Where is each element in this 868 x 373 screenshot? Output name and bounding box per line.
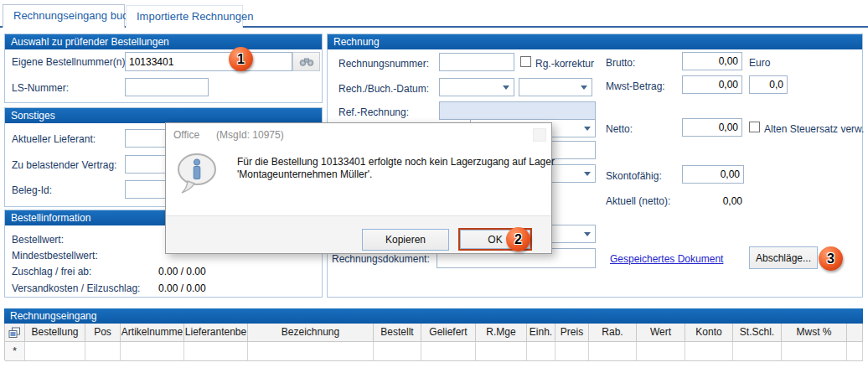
kopieren-button[interactable]: Kopieren (362, 229, 449, 251)
app-window: Rechnungseingang buchen Importierte Rech… (0, 0, 868, 373)
annotation-step-1: 1 (229, 47, 253, 71)
lieferant-label: Aktueller Lieferant: (12, 133, 96, 145)
panel-auswahl-title: Auswahl zu prüfender Bestellungen (5, 34, 322, 49)
mwst-betrag-input[interactable] (682, 75, 742, 94)
table-header-row: Bestellung Pos Artikelnumme Lieferantenb… (4, 324, 863, 342)
dialog-message-line1: Für die Bestellung 10133401 erfolgte noc… (237, 156, 555, 168)
panel-sonstiges-title: Sonstiges (5, 108, 322, 123)
info-icon (176, 152, 220, 199)
table-cell[interactable] (25, 342, 85, 361)
column-header[interactable]: Bezeichnung (248, 324, 374, 342)
dialog-title: Office (173, 129, 199, 141)
dialog-message-line2: 'Montageunternehmen Müller'. (237, 168, 372, 180)
brutto-label: Brutto: (606, 57, 635, 69)
column-header[interactable]: Bestellt (374, 324, 421, 342)
aktuell-netto-value: 0,00 (682, 195, 742, 207)
panel-rechnung-title: Rechnung (328, 34, 862, 49)
table-cell[interactable] (85, 342, 121, 361)
column-header[interactable]: Geliefert (421, 324, 476, 342)
currency-label: Euro (749, 57, 770, 69)
gespeichertes-dokument-link[interactable]: Gespeichertes Dokument (610, 253, 723, 265)
table-cell[interactable] (374, 342, 421, 361)
table-title-bar: Rechnungseingang (4, 308, 863, 324)
column-header[interactable]: Preis (555, 324, 589, 342)
zuschlag-value: 0.00 / 0.00 (158, 266, 206, 277)
column-header[interactable]: Bestellung (25, 324, 85, 342)
column-header[interactable]: R.Mge (476, 324, 527, 342)
table-cell[interactable] (248, 342, 374, 361)
table-cell[interactable] (421, 342, 476, 361)
alten-steuersatz-checkbox[interactable] (749, 122, 760, 132)
abschlaege-button[interactable]: Abschläge... (749, 246, 818, 269)
rechnungsnummer-label: Rechnungsnummer: (338, 58, 429, 70)
column-header[interactable]: Einh. (527, 324, 555, 342)
column-header-filler (847, 324, 863, 342)
vertrag-label: Zu belastender Vertrag: (12, 159, 116, 171)
aktuell-netto-label: Aktuell (netto): (606, 195, 670, 207)
netto-input[interactable] (682, 118, 742, 137)
rechnungsdatum-combobox[interactable] (439, 78, 514, 96)
ls-nummer-input[interactable] (125, 78, 209, 96)
zuschlag-label: Zuschlag / frei ab: (12, 266, 91, 277)
dropdown-arrow-icon (581, 85, 587, 90)
column-header[interactable]: Artikelnumme (121, 324, 184, 342)
rechnungsnummer-input[interactable] (439, 53, 514, 71)
ref-rechnung-label: Ref.-Rechnung: (338, 106, 409, 118)
bestellnummer-label: Eigene Bestellnummer(n): (12, 56, 128, 68)
column-header[interactable]: Konto (685, 324, 733, 342)
column-header[interactable]: St.Schl. (733, 324, 782, 342)
table-cell[interactable] (476, 342, 527, 361)
column-header[interactable]: Pos (85, 324, 121, 342)
rechnungsdokument-label: Rechnungsdokument: (332, 253, 430, 265)
mwst-satz-input[interactable] (749, 75, 788, 94)
skontofaehig-input[interactable] (682, 165, 744, 184)
ls-nummer-label: LS-Nummer: (12, 82, 69, 94)
mwst-betrag-label: Mwst-Betrag: (606, 80, 665, 92)
versandkosten-value: 0.00 / 0.00 (158, 282, 206, 294)
table-cell[interactable] (555, 342, 589, 361)
dialog-msgid: (MsgId: 10975) (216, 129, 284, 141)
versandkosten-label: Versandkosten / Eilzuschlag: (12, 282, 140, 294)
tab-rechnungseingang-buchen[interactable]: Rechnungseingang buchen (3, 4, 125, 28)
table-cell[interactable] (121, 342, 184, 361)
column-header[interactable]: Rab. (589, 324, 637, 342)
dropdown-arrow-icon (584, 127, 591, 131)
table-cell[interactable] (782, 342, 847, 361)
dropdown-arrow-icon (584, 172, 591, 176)
select-all-cell[interactable] (5, 324, 25, 342)
annotation-step-2: 2 (506, 227, 530, 251)
table-cell[interactable] (184, 342, 248, 361)
bestellnummer-input[interactable] (125, 52, 292, 71)
select-all-icon (8, 327, 21, 339)
dropdown-arrow-icon (584, 232, 591, 236)
new-row-marker: * (5, 342, 25, 361)
table-cell[interactable] (685, 342, 733, 361)
brutto-input[interactable] (682, 52, 742, 70)
table-cell[interactable] (637, 342, 685, 361)
table-cell[interactable] (527, 342, 555, 361)
tab-importierte-rechnungen[interactable]: Importierte Rechnungen (126, 5, 243, 28)
dropdown-arrow-icon (503, 85, 509, 90)
panel-auswahl: Auswahl zu prüfender Bestellungen Eigene… (4, 34, 323, 103)
datum-label: Rech./Buch.-Datum: (338, 83, 429, 95)
table-new-row[interactable]: * (4, 342, 863, 360)
ref-rechnung-input (439, 101, 596, 120)
table-cell[interactable] (733, 342, 782, 361)
column-header[interactable]: Mwst % (782, 324, 847, 342)
table-cell-filler (847, 342, 863, 361)
beleg-id-label: Beleg-Id: (12, 184, 52, 196)
message-dialog: Office (MsgId: 10975) Für die Bestellung… (165, 122, 552, 254)
netto-label: Netto: (606, 123, 633, 135)
column-header[interactable]: Wert (637, 324, 685, 342)
bestellwert-label: Bestellwert: (12, 234, 64, 246)
dialog-corner-button (533, 128, 546, 142)
search-orders-button[interactable] (292, 52, 320, 71)
buchungsdatum-combobox[interactable] (519, 78, 592, 96)
skontofaehig-label: Skontofähig: (606, 170, 662, 182)
rg-korrektur-checkbox[interactable] (520, 56, 531, 67)
rg-korrektur-label: Rg.-korrektur (535, 58, 594, 70)
alten-steuersatz-label: Alten Steuersatz verw. (764, 123, 864, 135)
table-cell[interactable] (589, 342, 637, 361)
column-header[interactable]: Lieferantenbe (184, 324, 248, 342)
annotation-step-3: 3 (819, 246, 843, 271)
